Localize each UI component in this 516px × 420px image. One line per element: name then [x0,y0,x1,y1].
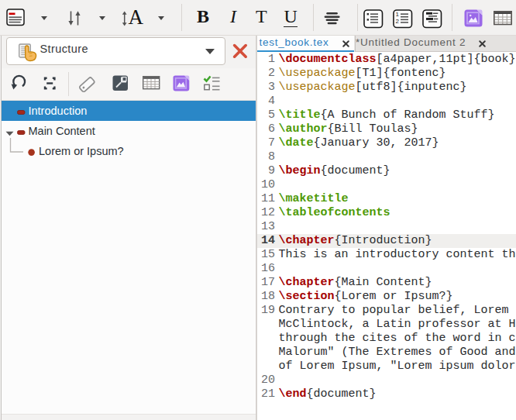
svg-text:2: 2 [396,17,400,24]
